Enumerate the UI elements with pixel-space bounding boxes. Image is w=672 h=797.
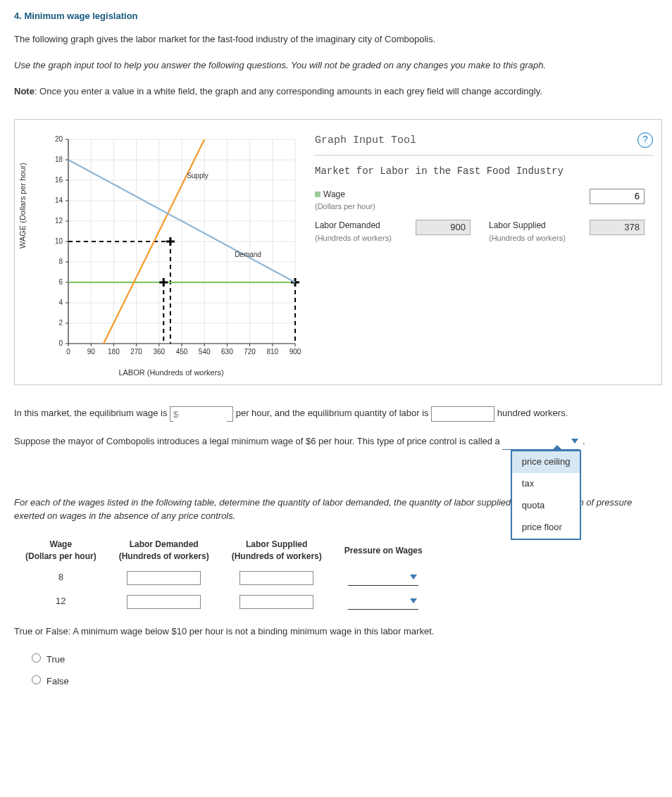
svg-text:18: 18: [55, 156, 63, 163]
labor-supplied-label: Labor Supplied (Hundreds of workers): [489, 220, 580, 244]
labor-demanded-value: 900: [416, 220, 471, 235]
labor-supplied-input[interactable]: [239, 595, 313, 609]
svg-text:630: 630: [221, 348, 233, 356]
help-icon[interactable]: ?: [637, 132, 653, 148]
table-row: 12: [14, 590, 434, 614]
svg-text:810: 810: [266, 348, 278, 356]
svg-text:0: 0: [58, 339, 63, 347]
labor-supplied-input[interactable]: [239, 571, 313, 585]
labor-demanded-label: Labor Demanded (Hundreds of workers): [315, 220, 406, 244]
wage-cell: 8: [14, 566, 108, 590]
svg-text:900: 900: [290, 348, 301, 356]
note-body: : Once you enter a value in a white fiel…: [35, 86, 542, 96]
note-label: Note: [14, 86, 35, 96]
radio-false[interactable]: False: [28, 676, 69, 686]
question-title: 4. Minimum wage legislation: [14, 10, 662, 23]
true-false-group: True False: [28, 651, 662, 689]
chevron-down-icon: [410, 575, 417, 579]
col-supplied: Labor Supplied(Hundreds of workers): [220, 536, 333, 566]
svg-text:20: 20: [55, 135, 63, 143]
svg-text:8: 8: [58, 258, 63, 265]
dropdown-option-tax[interactable]: tax: [512, 473, 580, 495]
labor-demanded-input[interactable]: [127, 595, 201, 609]
svg-text:Demand: Demand: [235, 251, 261, 258]
equilibrium-quantity-input[interactable]: [431, 406, 494, 422]
pressure-dropdown[interactable]: [348, 594, 418, 610]
wage-input[interactable]: [590, 189, 645, 204]
svg-text:90: 90: [87, 348, 96, 356]
svg-text:10: 10: [55, 237, 63, 245]
col-demanded: Labor Demanded(Hundreds of workers): [108, 536, 220, 566]
svg-text:0: 0: [66, 348, 70, 356]
true-false-prompt: True or False: A minimum wage below $10 …: [14, 625, 662, 639]
col-pressure: Pressure on Wages: [333, 536, 434, 566]
svg-text:12: 12: [55, 217, 63, 225]
svg-text:4: 4: [58, 299, 63, 306]
svg-text:2: 2: [58, 319, 63, 327]
col-wage: Wage(Dollars per hour): [14, 536, 108, 566]
chart-svg: 0901802703604505406307208109000246810121…: [37, 132, 305, 365]
dropdown-option-quota[interactable]: quota: [512, 495, 580, 517]
tool-subtitle: Market for Labor in the Fast Food Indust…: [315, 164, 653, 178]
radio-true[interactable]: True: [28, 654, 65, 665]
price-control-dropdown[interactable]: price ceiling tax quota price floor: [502, 434, 580, 450]
dropdown-menu: price ceiling tax quota price floor: [511, 450, 582, 539]
equilibrium-sentence: In this market, the equilibrium wage is …: [14, 406, 662, 422]
wage-analysis-table: Wage(Dollars per hour) Labor Demanded(Hu…: [14, 536, 434, 614]
note-text: Note: Once you enter a value in a white …: [14, 85, 662, 99]
svg-text:360: 360: [153, 348, 165, 356]
svg-text:6: 6: [58, 278, 63, 286]
pressure-dropdown[interactable]: [348, 570, 418, 586]
dropdown-trigger[interactable]: [502, 434, 580, 450]
svg-text:16: 16: [55, 176, 63, 184]
svg-text:540: 540: [199, 348, 211, 356]
line-chart[interactable]: WAGE (Dollars per hour) 0901802703604505…: [37, 132, 305, 365]
wage-cell: 12: [14, 590, 108, 614]
tool-title: Graph Input Tool: [315, 133, 416, 149]
y-axis-label: WAGE (Dollars per hour): [18, 163, 29, 249]
equilibrium-wage-input[interactable]: [173, 407, 227, 422]
svg-text:720: 720: [244, 348, 256, 356]
svg-text:180: 180: [108, 348, 120, 356]
chevron-down-icon: [410, 598, 417, 603]
dropdown-pointer-icon: [552, 445, 563, 451]
svg-text:Supply: Supply: [187, 172, 209, 180]
dollar-prefix: $: [173, 408, 178, 422]
wage-handle-icon: [315, 192, 321, 197]
instruction-text: Use the graph input tool to help you ans…: [14, 59, 662, 73]
svg-text:450: 450: [176, 348, 188, 356]
labor-demanded-input[interactable]: [127, 571, 201, 585]
table-row: 8: [14, 566, 434, 590]
x-axis-label: LABOR (Hundreds of workers): [37, 368, 305, 379]
intro-text: The following graph gives the labor mark…: [14, 33, 662, 46]
graph-tool-panel: WAGE (Dollars per hour) 0901802703604505…: [14, 119, 662, 385]
svg-text:14: 14: [55, 196, 63, 204]
wage-label: Wage (Dollars per hour): [315, 189, 580, 213]
graph-input-tool: Graph Input Tool ? Market for Labor in t…: [305, 132, 653, 379]
dropdown-option-price-ceiling[interactable]: price ceiling: [512, 451, 580, 473]
minimum-wage-sentence: Suppose the mayor of Combopolis introduc…: [14, 434, 662, 450]
chart-zone: WAGE (Dollars per hour) 0901802703604505…: [23, 132, 305, 379]
svg-text:270: 270: [130, 348, 142, 356]
chevron-down-icon: [571, 439, 578, 444]
dropdown-option-price-floor[interactable]: price floor: [512, 517, 580, 539]
labor-supplied-value: 378: [590, 220, 645, 235]
